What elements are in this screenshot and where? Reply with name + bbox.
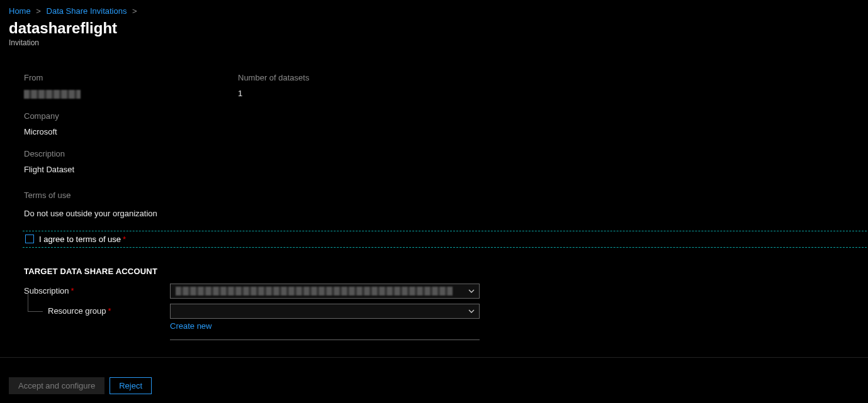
chevron-right-icon: >: [36, 6, 41, 16]
subscription-select[interactable]: [170, 284, 480, 299]
redacted-text: [24, 90, 81, 99]
description-value: Flight Dataset: [24, 165, 238, 174]
subscription-label: Subscription*: [24, 284, 170, 295]
accept-configure-button[interactable]: Accept and configure: [9, 377, 104, 394]
breadcrumb-invitations[interactable]: Data Share Invitations: [47, 6, 127, 16]
company-label: Company: [24, 111, 238, 121]
chevron-down-icon: [468, 287, 475, 295]
partial-select-border: [170, 340, 480, 340]
page-subtitle: Invitation: [0, 37, 868, 47]
tree-line: [28, 311, 43, 312]
invitation-details: From Company Microsoft Description Fligh…: [24, 69, 868, 342]
target-account-header: TARGET DATA SHARE ACCOUNT: [24, 267, 868, 276]
terms-label: Terms of use: [24, 190, 868, 200]
required-indicator: *: [71, 286, 74, 295]
agree-label: I agree to terms of use: [39, 235, 121, 244]
chevron-right-icon: >: [132, 6, 137, 16]
chevron-down-icon: [468, 307, 475, 315]
footer-actions: Accept and configure Reject: [9, 377, 152, 394]
breadcrumb-home[interactable]: Home: [9, 6, 31, 16]
redacted-text: [176, 287, 453, 295]
description-label: Description: [24, 149, 238, 158]
terms-value: Do not use outside your organization: [24, 209, 868, 218]
required-indicator: *: [108, 306, 111, 316]
agree-checkbox[interactable]: [25, 235, 34, 243]
datasets-value: 1: [238, 89, 452, 98]
tree-line: [28, 292, 28, 311]
create-new-link[interactable]: Create new: [170, 321, 211, 331]
reject-button[interactable]: Reject: [110, 377, 152, 394]
footer-divider: [0, 357, 868, 358]
page-title: datashareflight: [0, 16, 868, 37]
required-indicator: *: [123, 235, 126, 244]
terms-agree-row: I agree to terms of use *: [23, 231, 867, 248]
company-value: Microsoft: [24, 127, 238, 136]
from-value: [24, 89, 238, 99]
resource-group-label: Resource group*: [24, 304, 170, 316]
datasets-label: Number of datasets: [238, 73, 452, 82]
resource-group-select[interactable]: [170, 304, 480, 319]
breadcrumb: Home > Data Share Invitations >: [0, 0, 868, 16]
from-label: From: [24, 73, 238, 82]
